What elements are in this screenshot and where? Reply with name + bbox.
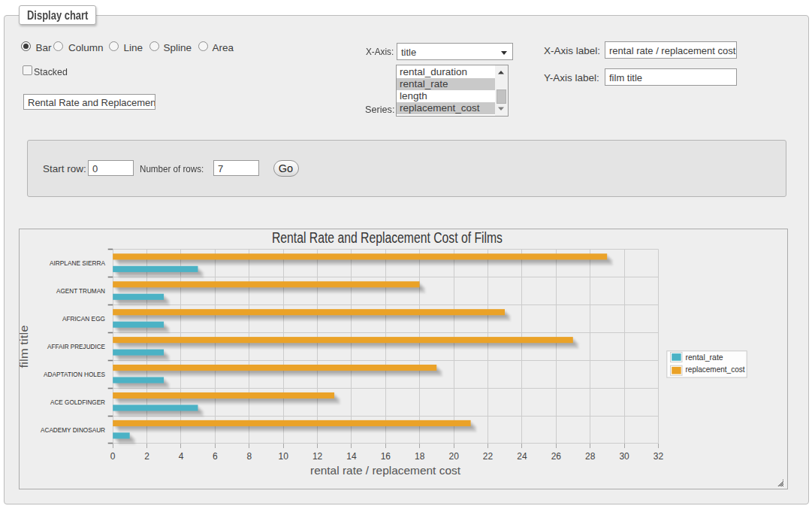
svg-text:ADAPTATION HOLES: ADAPTATION HOLES xyxy=(44,370,105,378)
svg-text:ACADEMY DINOSAUR: ACADEMY DINOSAUR xyxy=(41,426,105,434)
svg-text:6: 6 xyxy=(213,451,218,462)
svg-text:ACE GOLDFINGER: ACE GOLDFINGER xyxy=(50,398,105,406)
svg-text:rental rate / replacement cost: rental rate / replacement cost xyxy=(310,465,460,477)
svg-text:26: 26 xyxy=(551,451,562,462)
svg-text:AFFAIR PREJUDICE: AFFAIR PREJUDICE xyxy=(47,342,105,350)
svg-text:30: 30 xyxy=(619,451,629,462)
svg-text:AGENT TRUMAN: AGENT TRUMAN xyxy=(56,286,105,295)
svg-text:rental_rate: rental_rate xyxy=(686,353,723,362)
svg-text:16: 16 xyxy=(381,451,391,462)
svg-text:10: 10 xyxy=(278,451,288,462)
svg-text:2: 2 xyxy=(144,451,149,462)
svg-text:8: 8 xyxy=(246,451,252,462)
svg-text:20: 20 xyxy=(448,451,459,462)
svg-text:4: 4 xyxy=(179,451,184,462)
svg-text:18: 18 xyxy=(415,451,425,462)
svg-text:32: 32 xyxy=(654,451,664,462)
svg-text:Rental Rate and Replacement Co: Rental Rate and Replacement Cost of Film… xyxy=(272,229,503,246)
svg-text:28: 28 xyxy=(585,451,596,462)
svg-text:AFRICAN EGG: AFRICAN EGG xyxy=(62,314,105,323)
svg-text:14: 14 xyxy=(346,451,357,462)
svg-text:22: 22 xyxy=(483,451,494,462)
svg-text:film title: film title xyxy=(20,326,30,368)
svg-text:replacement_cost: replacement_cost xyxy=(686,365,745,374)
svg-text:AIRPLANE SIERRA: AIRPLANE SIERRA xyxy=(50,259,105,267)
svg-text:24: 24 xyxy=(517,451,527,462)
svg-text:12: 12 xyxy=(312,451,323,462)
svg-text:0: 0 xyxy=(110,451,116,462)
